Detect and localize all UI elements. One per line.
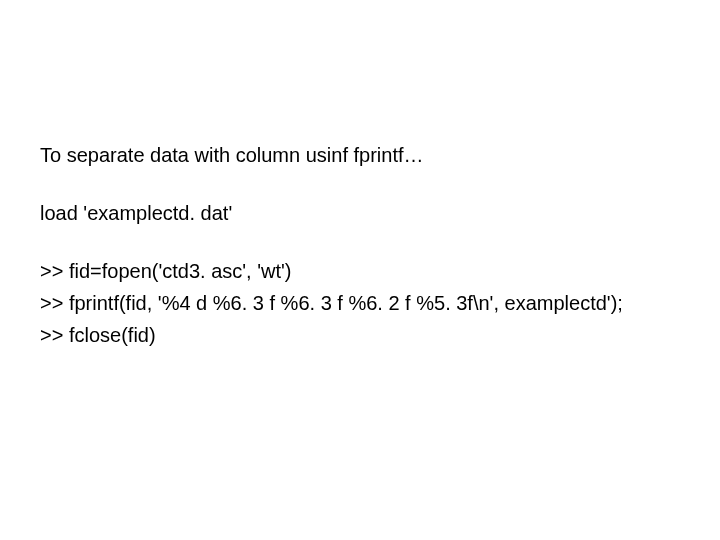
code-line-1: >> fid=fopen('ctd3. asc', 'wt') [40, 256, 680, 286]
code-block: >> fid=fopen('ctd3. asc', 'wt') >> fprin… [40, 256, 680, 350]
load-text: load 'examplectd. dat' [40, 202, 232, 224]
intro-paragraph: To separate data with column usinf fprin… [40, 140, 680, 170]
intro-text: To separate data with column usinf fprin… [40, 144, 424, 166]
code-line-2: >> fprintf(fid, '%4 d %6. 3 f %6. 3 f %6… [40, 288, 680, 318]
code-line-3: >> fclose(fid) [40, 320, 680, 350]
load-paragraph: load 'examplectd. dat' [40, 198, 680, 228]
